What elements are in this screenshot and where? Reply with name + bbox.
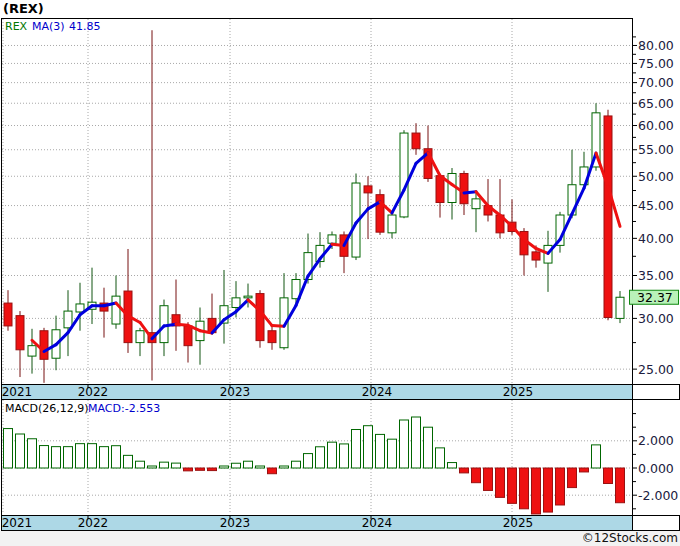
macd-bar	[268, 468, 277, 474]
legend-symbol: REX	[5, 20, 28, 33]
footer-credit: ©12Stocks.com	[582, 531, 678, 545]
macd-bar	[4, 429, 13, 468]
macd-panel-value: MACD:-2.553	[88, 402, 160, 415]
candle-body	[64, 311, 72, 328]
price-axis-label: 60.00	[638, 118, 674, 133]
macd-bar	[616, 468, 625, 503]
macd-bar	[124, 455, 133, 468]
macd-bar	[520, 468, 529, 509]
macd-bar	[544, 468, 553, 512]
candle-body	[244, 296, 252, 298]
candle-body	[532, 252, 540, 260]
macd-bar	[388, 439, 397, 468]
macd-bar	[568, 468, 577, 488]
macd-bar	[592, 445, 601, 468]
macd-bar	[244, 461, 253, 468]
price-axis-label: 25.00	[638, 362, 674, 377]
macd-axis-label: 0.000	[638, 461, 674, 476]
axis-corner-box-top	[632, 384, 679, 399]
candle-body	[328, 235, 336, 243]
year-label-top: 2025	[503, 385, 534, 399]
macd-bar	[136, 461, 145, 468]
candle-body	[112, 296, 120, 324]
footer-strip	[0, 531, 680, 546]
year-label-top: 2023	[220, 385, 251, 399]
macd-bar	[556, 468, 565, 505]
macd-bar	[292, 461, 301, 468]
price-axis-label: 70.00	[638, 75, 674, 90]
ma-line-segment	[464, 192, 476, 193]
candle-body	[460, 173, 468, 203]
candle-body	[232, 298, 240, 308]
macd-bar	[40, 446, 49, 468]
generated-chart-layers: 2021202120222022202320232024202420252025…	[0, 0, 680, 546]
macd-axis-label: 2.000	[638, 433, 674, 448]
candle-body	[28, 346, 36, 356]
macd-bar	[196, 468, 205, 470]
price-axis-label: 45.00	[638, 198, 674, 213]
price-axis-label: 40.00	[638, 231, 674, 246]
year-label-bottom: 2024	[362, 516, 393, 530]
candle-body	[616, 297, 624, 318]
candle-body	[256, 294, 264, 341]
ma-line-segment	[332, 244, 344, 245]
candle-body	[136, 331, 144, 343]
macd-bar	[100, 447, 109, 468]
stock-chart-svg: 2021202120222022202320232024202420252025…	[0, 0, 680, 546]
macd-bar	[364, 426, 373, 468]
macd-bar	[280, 466, 289, 468]
macd-bar	[184, 468, 193, 471]
macd-bar	[172, 463, 181, 468]
macd-panel-label: MACD(26,12,9)	[5, 402, 89, 415]
candle-body	[400, 133, 408, 217]
ma-line-segment	[164, 324, 176, 326]
macd-bar	[340, 444, 349, 468]
macd-bar	[148, 466, 157, 468]
year-label-bottom: 2022	[78, 516, 109, 530]
macd-bar	[76, 444, 85, 468]
macd-bar	[580, 468, 589, 472]
macd-bar	[424, 427, 433, 468]
candle-body	[268, 331, 276, 343]
macd-axis-label: -2.000	[638, 488, 678, 503]
macd-bar	[448, 463, 457, 468]
macd-bar	[352, 430, 361, 468]
macd-bar	[436, 448, 445, 468]
current-price-label: 32.37	[637, 290, 673, 305]
macd-bar	[232, 463, 241, 468]
macd-bar	[88, 444, 97, 468]
price-axis-label: 55.00	[638, 142, 674, 157]
macd-bar	[532, 468, 541, 514]
candle-body	[16, 316, 24, 350]
year-label-bottom: 2023	[220, 516, 251, 530]
macd-bar	[496, 468, 505, 497]
macd-bar	[460, 468, 469, 473]
macd-bar	[112, 446, 121, 468]
macd-bar	[400, 420, 409, 468]
legend-ma-label: MA(3)	[32, 20, 65, 33]
macd-bar	[52, 447, 61, 468]
macd-bar	[472, 468, 481, 483]
candle-body	[364, 186, 372, 193]
price-axis-label: 30.00	[638, 311, 674, 326]
price-axis-label: 65.00	[638, 96, 674, 111]
price-axis-label: 50.00	[638, 169, 674, 184]
candle-body	[388, 215, 396, 233]
macd-bar	[484, 468, 493, 490]
axis-corner-box-bottom	[632, 515, 679, 530]
price-axis-label: 75.00	[638, 56, 674, 71]
candle-body	[604, 116, 612, 318]
candle-body	[184, 326, 192, 346]
candle-body	[412, 133, 420, 149]
macd-bar	[208, 468, 217, 471]
price-axis-label: 80.00	[638, 38, 674, 53]
macd-bar	[376, 434, 385, 468]
price-axis-label: 35.00	[638, 268, 674, 283]
macd-bar	[16, 434, 25, 468]
macd-bar	[220, 466, 229, 468]
candle-body	[376, 195, 384, 232]
macd-bar	[604, 468, 613, 484]
macd-bar	[256, 466, 265, 468]
candle-body	[40, 331, 48, 360]
macd-bar	[328, 442, 337, 468]
